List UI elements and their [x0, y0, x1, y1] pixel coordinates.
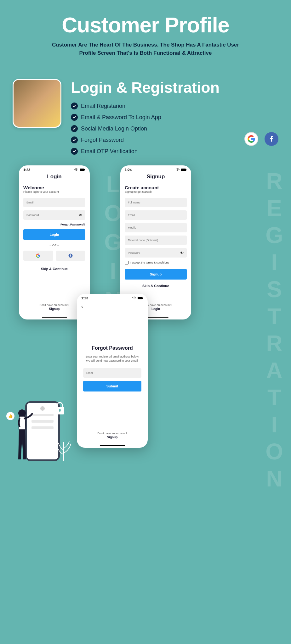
- terms-checkbox[interactable]: [125, 261, 128, 264]
- forgot-phone-mockup: 1:23 ‹ Forgot Password Enter your regist…: [77, 294, 148, 448]
- like-icon: 👍: [6, 412, 14, 420]
- feature-item: Email Registarion: [81, 103, 125, 109]
- person-icon: [13, 408, 35, 461]
- facebook-login-button[interactable]: [56, 251, 86, 261]
- svg-rect-9: [31, 426, 54, 429]
- background-text-registration: REGISTRATION: [261, 169, 287, 493]
- svg-rect-5: [138, 297, 142, 299]
- svg-point-10: [40, 406, 45, 411]
- status-indicators: [175, 168, 187, 171]
- svg-rect-6: [142, 297, 143, 299]
- home-indicator: [42, 317, 67, 318]
- email-input[interactable]: [23, 198, 85, 207]
- battery-icon: [80, 169, 85, 171]
- back-icon[interactable]: ‹: [81, 304, 83, 309]
- terms-label: I accept the terms & conditions: [130, 261, 169, 264]
- svg-rect-4: [186, 169, 186, 170]
- header-section: Customer Profile Customer Are The Heart …: [0, 0, 291, 63]
- home-indicator: [100, 445, 125, 446]
- page-subtitle: Customer Are The Heart Of The Business. …: [45, 41, 246, 57]
- screen-title: Signup: [120, 174, 191, 180]
- svg-rect-0: [80, 169, 84, 171]
- feature-item: Forgot Password: [81, 137, 124, 143]
- svg-rect-3: [181, 169, 186, 171]
- status-indicators: [132, 297, 143, 300]
- profile-image: [13, 79, 61, 128]
- eye-icon[interactable]: 👁: [79, 213, 82, 217]
- or-divider: -- OR --: [23, 244, 85, 247]
- showcase-area: LOGIN REGISTRATION 1:23 Login Welcome Pl…: [0, 165, 291, 558]
- status-bar: 1:23: [77, 294, 148, 301]
- check-icon: [71, 103, 78, 109]
- battery-icon: [181, 169, 187, 171]
- check-icon: [71, 148, 78, 155]
- feature-item: Email & Password To Login App: [81, 114, 161, 121]
- status-time: 1:23: [81, 296, 88, 300]
- svg-rect-1: [84, 169, 85, 170]
- feature-list: Email Registarion Email & Password To Lo…: [71, 103, 278, 155]
- eye-icon[interactable]: 👁: [180, 251, 184, 255]
- check-icon: [71, 114, 78, 121]
- password-input[interactable]: [23, 210, 85, 220]
- skip-link[interactable]: Skip & Continue: [23, 267, 85, 271]
- forgot-title: Forgot Password: [83, 345, 141, 351]
- referral-input[interactable]: [125, 236, 187, 245]
- signup-prompt: Don't have an account? Signup: [77, 432, 148, 439]
- feature-item: Social Media Login Option: [81, 125, 147, 132]
- status-indicators: [74, 168, 85, 171]
- status-time: 1:23: [23, 168, 30, 172]
- screen-title: Login: [19, 174, 90, 180]
- section-title: Login & Registration: [71, 79, 278, 96]
- password-input[interactable]: [125, 248, 187, 258]
- svg-rect-7: [31, 414, 54, 416]
- social-icons: [244, 132, 278, 146]
- svg-rect-8: [31, 420, 54, 423]
- google-icon: [244, 132, 258, 146]
- fullname-input[interactable]: [125, 198, 187, 207]
- forgot-password-link[interactable]: Forgot Password?: [23, 223, 85, 226]
- status-bar: 1:24: [120, 165, 191, 173]
- check-icon: [71, 125, 78, 132]
- signup-link[interactable]: Signup: [77, 436, 148, 439]
- leaf-icon: [55, 439, 72, 461]
- wifi-icon: [132, 297, 136, 300]
- mobile-input[interactable]: [125, 223, 187, 232]
- google-login-button[interactable]: [23, 251, 53, 261]
- status-time: 1:24: [125, 168, 132, 172]
- lock-icon: [54, 401, 66, 414]
- create-account-heading: Create account: [125, 185, 187, 190]
- feature-item: Email OTP Verification: [81, 148, 138, 155]
- battery-icon: [138, 297, 143, 300]
- facebook-icon: [265, 132, 278, 146]
- wifi-icon: [175, 168, 180, 171]
- check-icon: [71, 136, 78, 143]
- forgot-description: Enter your registered email address belo…: [83, 355, 141, 363]
- signup-button[interactable]: Signup: [125, 269, 187, 280]
- page-title: Customer Profile: [25, 13, 266, 37]
- email-input[interactable]: [83, 368, 141, 378]
- submit-button[interactable]: Submit: [83, 381, 141, 391]
- svg-rect-13: [60, 410, 60, 412]
- svg-point-14: [18, 409, 26, 417]
- skip-link[interactable]: Skip & Continue: [125, 284, 187, 288]
- welcome-subtext: Please login to your account: [23, 190, 85, 193]
- illustration: 👍: [3, 382, 85, 461]
- feature-section: Login & Registration Email Registarion E…: [0, 63, 291, 165]
- email-input[interactable]: [125, 210, 187, 220]
- welcome-heading: Welcome: [23, 185, 85, 190]
- status-bar: 1:23: [19, 165, 90, 173]
- wifi-icon: [74, 168, 78, 171]
- login-button[interactable]: Login: [23, 229, 85, 240]
- create-account-subtext: Signup to get started!: [125, 190, 187, 193]
